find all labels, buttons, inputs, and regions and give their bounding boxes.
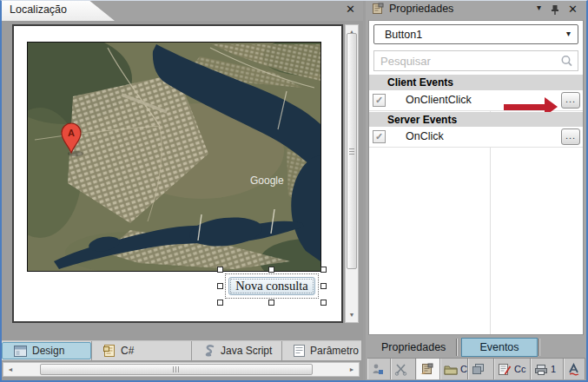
tool-tab-label: 1 [551, 364, 556, 374]
tab-design[interactable]: Design [2, 342, 91, 359]
scroll-down-button[interactable]: ▼ [346, 309, 358, 321]
onclick-editor-button[interactable]: ... [561, 128, 580, 145]
window-menu-icon[interactable]: ▾ [537, 3, 541, 12]
nova-consulta-button[interactable]: Nova consulta [228, 277, 315, 295]
tab-design-label: Design [32, 345, 64, 357]
properties-sheet-icon [420, 363, 433, 376]
tool-tab-properties[interactable] [416, 359, 440, 379]
tab-separator [456, 339, 457, 356]
property-search [373, 50, 578, 71]
scroll-right-button[interactable]: ► [346, 363, 358, 376]
tool-tab-code[interactable]: Cc [494, 359, 531, 379]
scroll-left-button[interactable]: ◄ [4, 363, 17, 376]
csharp-icon [103, 345, 116, 357]
property-name: OnClick [406, 130, 444, 142]
tab-eventos[interactable]: Eventos [461, 338, 538, 357]
property-row-onclick[interactable]: ✓ OnClick ... [369, 127, 583, 148]
resize-handle-se[interactable] [320, 300, 327, 306]
tab-parametro[interactable]: Parâmetro [281, 341, 361, 360]
scroll-left-icon: ◄ [8, 366, 14, 372]
thumb-grip [349, 148, 354, 155]
script-icon [498, 363, 512, 376]
properties-pane: Propriedades ▾ ✕ Button1 ▾ [366, 0, 586, 382]
javascript-icon [203, 345, 215, 357]
properties-icon [371, 3, 384, 19]
close-icon[interactable]: ✕ [568, 3, 578, 16]
resize-handle-s[interactable] [268, 300, 274, 306]
properties-title: Propriedades [389, 3, 453, 15]
tab-localizacao-label: Localização [10, 3, 67, 16]
tool-window-tab-strip: C Cc [367, 358, 585, 379]
onclick-checkbox[interactable]: ✓ [373, 130, 386, 143]
section-client-events: Client Events [369, 75, 583, 90]
folder-icon [444, 364, 458, 375]
horizontal-scroll-thumb[interactable] [40, 364, 313, 375]
tab-parametro-label: Parâmetro [310, 345, 359, 357]
solution-icon [371, 363, 384, 376]
resize-handle-ne[interactable] [320, 267, 327, 273]
onclientclick-checkbox[interactable]: ✓ [373, 94, 386, 107]
map-image[interactable]: A Google [27, 42, 321, 272]
tab-propriedades[interactable]: Propriedades [369, 338, 458, 357]
design-surface[interactable]: A Google Nova consulta [12, 24, 343, 323]
resize-handle-nw[interactable] [217, 267, 223, 273]
property-row-onclientclick[interactable]: ✓ OnClientClick ... [369, 90, 583, 111]
tool-tab-styles[interactable] [564, 359, 585, 379]
tab-javascript[interactable]: Java Script [191, 341, 281, 360]
satellite-map: A Google [28, 43, 320, 271]
scissors-icon [394, 363, 407, 376]
ide-window: Localização ✕ [0, 0, 588, 382]
tool-tab-label: Cc [514, 364, 525, 374]
close-icon[interactable]: ✕ [346, 3, 355, 16]
check-icon: ✓ [375, 131, 383, 142]
properties-title-bar: Propriedades ▾ ✕ [366, 0, 586, 19]
resize-handle-e[interactable] [320, 283, 327, 289]
property-name: OnClientClick [406, 94, 472, 106]
tool-tab-solution[interactable] [367, 359, 391, 379]
search-input[interactable] [374, 51, 578, 70]
tab-separator [538, 339, 539, 356]
check-icon: ✓ [375, 95, 383, 105]
marker-label: A [68, 128, 75, 138]
tool-tab-classes[interactable]: C [440, 359, 468, 379]
pin-icon[interactable] [551, 3, 559, 19]
horizontal-scrollbar[interactable]: ◄ ► [3, 362, 360, 377]
search-icon[interactable] [560, 55, 573, 71]
section-server-events: Server Events [369, 112, 583, 128]
selected-object-label: Button1 [385, 29, 422, 41]
tab-javascript-label: Java Script [221, 345, 272, 357]
scroll-right-icon: ► [349, 366, 355, 372]
document-pane: Localização ✕ [0, 0, 363, 382]
properties-bottom-tabs: Propriedades Eventos [366, 337, 586, 358]
tool-tab-output[interactable]: 1 [531, 359, 564, 379]
onclientclick-editor-button[interactable]: ... [561, 92, 580, 109]
printer-icon [534, 364, 548, 375]
properties-content: Button1 ▾ Client Events ✓ OnClientClic [368, 20, 584, 335]
vertical-scrollbar[interactable]: ▲ ▼ [345, 24, 359, 323]
tool-tab-label: C [460, 364, 467, 374]
document-tab-strip: Localização ✕ [0, 0, 363, 21]
layers-icon [472, 363, 485, 375]
object-selector-combobox[interactable]: Button1 ▾ [373, 24, 578, 44]
tab-csharp[interactable]: C# [91, 341, 191, 360]
tab-localizacao[interactable]: Localização [2, 1, 115, 21]
selection-outline: Nova consulta [225, 273, 319, 299]
map-watermark: Google [250, 175, 284, 187]
font-icon [567, 363, 580, 376]
vertical-scroll-thumb[interactable] [347, 33, 357, 269]
design-icon [14, 346, 27, 357]
design-canvas: A Google Nova consulta [0, 21, 363, 340]
resize-handle-n[interactable] [268, 267, 274, 273]
tab-csharp-label: C# [121, 345, 134, 357]
tool-tab-toolbox[interactable] [391, 359, 416, 379]
chevron-down-icon: ▾ [566, 29, 571, 38]
scroll-down-icon: ▼ [349, 312, 355, 318]
view-tab-strip: Design C# Java Script [2, 340, 361, 360]
parametro-icon [294, 345, 305, 357]
resize-handle-w[interactable] [217, 283, 223, 289]
tool-tab-layers[interactable] [468, 359, 494, 379]
resize-handle-sw[interactable] [217, 300, 223, 306]
thumb-grip [173, 366, 180, 372]
